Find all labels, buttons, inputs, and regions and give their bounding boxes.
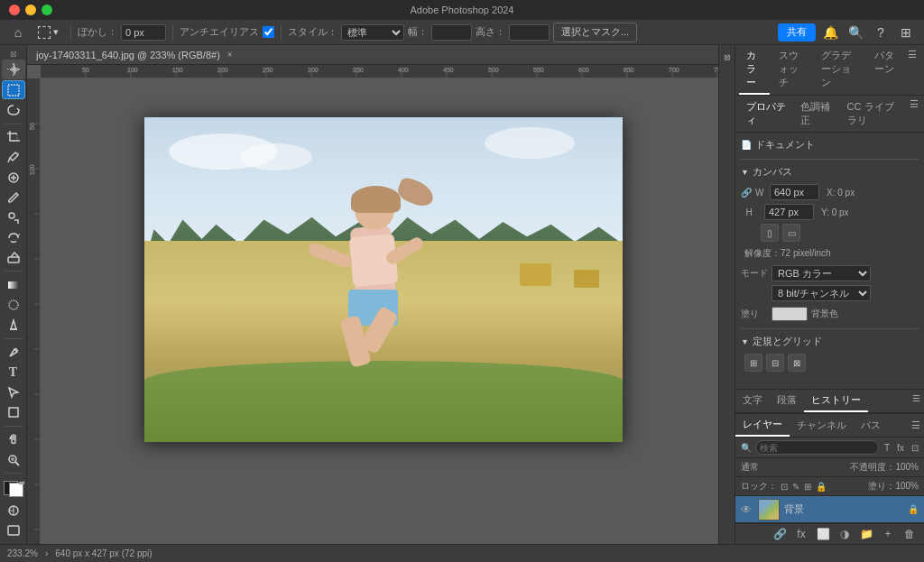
bit-depth-select[interactable]: 8 bit/チャンネル	[772, 285, 871, 301]
tab-patterns[interactable]: パターン	[867, 45, 902, 95]
layer-type-filter[interactable]: T	[882, 442, 892, 454]
tab-properties[interactable]: プロパティ	[741, 98, 791, 129]
guides-arrow: ▼	[741, 337, 749, 346]
fill-color-swatch[interactable]	[772, 307, 808, 321]
layer-mode-filter[interactable]: ⊡	[910, 442, 920, 454]
brush-tool[interactable]	[2, 188, 25, 207]
lock-artboards[interactable]: ⊞	[803, 481, 812, 493]
status-arrow[interactable]: ›	[45, 548, 48, 558]
blur-input[interactable]	[121, 24, 166, 41]
notification-icon[interactable]: 🔔	[819, 22, 841, 43]
tab-gradients[interactable]: グラデーション	[814, 45, 865, 95]
zoom-tool[interactable]	[2, 450, 25, 469]
select-mask-button[interactable]: 選択とマスク...	[553, 23, 637, 42]
properties-sub-tabs: プロパティ 色調補正 CC ライブラリ ☰	[735, 96, 924, 133]
layer-search-input[interactable]	[755, 440, 879, 455]
pen-tool[interactable]	[2, 343, 25, 362]
tab-color[interactable]: カラー	[739, 45, 770, 95]
lock-label-text: ロック：	[741, 480, 777, 493]
lock-position[interactable]: ✎	[791, 481, 800, 493]
color-mode-select[interactable]: RGB カラー	[772, 265, 871, 281]
delete-layer-btn[interactable]: 🗑	[901, 528, 919, 540]
move-tool[interactable]	[2, 60, 25, 78]
guides-header[interactable]: ▼ 定規とグリッド	[741, 335, 919, 348]
tab-swatches[interactable]: スウォッチ	[772, 45, 812, 95]
width-input[interactable]	[431, 24, 472, 41]
tab-paragraph[interactable]: 段落	[770, 390, 804, 412]
add-mask-btn[interactable]: ⬜	[814, 528, 832, 540]
lock-pixels[interactable]: ⊡	[780, 481, 789, 493]
antialias-checkbox[interactable]	[263, 26, 274, 38]
props-menu[interactable]: ☰	[910, 98, 919, 129]
snap-icon[interactable]: ⊠	[788, 354, 806, 372]
layer-controls: 🔍 T fx ⊡ ⊞ ◉	[735, 438, 924, 458]
quick-mask-tool[interactable]	[2, 502, 25, 521]
layer-item-background[interactable]: 👁 背景 🔒	[735, 496, 924, 523]
type-tool[interactable]: T	[2, 363, 25, 382]
panel-menu[interactable]: ☰	[904, 45, 920, 95]
rectangle-shape-tool[interactable]	[2, 403, 25, 422]
gradient-tool[interactable]	[2, 275, 25, 294]
guides-icon[interactable]: ⊞	[744, 354, 762, 372]
layer-panel-menu[interactable]: ☰	[908, 416, 924, 435]
lock-all[interactable]: 🔒	[815, 481, 827, 493]
crop-tool[interactable]	[2, 127, 25, 146]
text-panel-menu[interactable]: ☰	[909, 390, 924, 412]
canvas-height-input[interactable]	[764, 204, 814, 220]
grid-icon[interactable]: ⊟	[766, 354, 784, 372]
eyedropper-tool[interactable]	[2, 148, 25, 167]
new-group-btn[interactable]: 📁	[857, 528, 875, 540]
document-tab[interactable]: joy-17403311_640.jpg @ 233% (RGB/8#) ×	[27, 45, 718, 65]
tab-adjust[interactable]: 色調補正	[795, 98, 837, 129]
clone-stamp-tool[interactable]	[2, 208, 25, 227]
lasso-tool[interactable]	[2, 100, 25, 119]
color-selector[interactable]: ⇄	[2, 479, 25, 498]
canvas-width-input[interactable]	[770, 184, 819, 200]
height-input[interactable]	[509, 24, 550, 41]
tab-text[interactable]: 文字	[735, 390, 770, 412]
tab-history[interactable]: ヒストリー	[804, 390, 868, 412]
tab-paths[interactable]: パス	[854, 415, 888, 436]
help-button[interactable]: ?	[870, 22, 892, 43]
svg-text:700: 700	[669, 67, 679, 73]
tab-cc-libraries[interactable]: CC ライブラリ	[842, 98, 906, 129]
panels-icon[interactable]: ⊠	[720, 51, 735, 65]
layer-fx-filter[interactable]: fx	[895, 442, 906, 454]
document-tab-close[interactable]: ×	[227, 50, 233, 60]
layer-tabs: レイヤー チャンネル パス ☰	[735, 414, 924, 438]
add-fx-btn[interactable]: fx	[792, 528, 810, 540]
search-icon-button[interactable]: 🔍	[845, 22, 866, 43]
svg-text:100: 100	[127, 67, 138, 73]
path-selection-tool[interactable]	[2, 382, 25, 401]
layers-panel: レイヤー チャンネル パス ☰ 🔍 T fx ⊡ ⊞ ◉ 通常	[735, 413, 924, 544]
canvas-header[interactable]: ▼ カンバス	[741, 165, 919, 179]
style-select[interactable]: 標準	[341, 24, 404, 41]
layer-visibility-icon[interactable]: 👁	[741, 503, 753, 516]
healing-tool[interactable]	[2, 168, 25, 187]
landscape-icon[interactable]: ▭	[782, 224, 800, 242]
minimize-button[interactable]	[25, 5, 36, 15]
close-button[interactable]	[9, 5, 20, 15]
marquee-tool[interactable]: ▾	[32, 23, 64, 42]
eraser-tool[interactable]	[2, 248, 25, 267]
dodge-tool[interactable]	[2, 316, 25, 335]
window-button[interactable]: ⊞	[895, 22, 917, 43]
home-button[interactable]: ⌂	[7, 22, 29, 43]
history-brush-tool[interactable]	[2, 228, 25, 247]
hand-tool[interactable]	[2, 430, 25, 449]
guides-section: ▼ 定規とグリッド ⊞ ⊟ ⊠	[741, 335, 919, 372]
share-button[interactable]: 共有	[778, 23, 816, 41]
panels-strip: ⊠	[718, 45, 735, 544]
portrait-icon[interactable]: ▯	[761, 224, 779, 242]
blur-tool[interactable]	[2, 296, 25, 315]
new-layer-btn[interactable]: +	[879, 528, 897, 540]
tools-collapse[interactable]: ⊠	[10, 50, 17, 59]
tab-channels[interactable]: チャンネル	[790, 415, 854, 436]
maximize-button[interactable]	[42, 5, 52, 15]
link-layers-btn[interactable]: 🔗	[771, 528, 789, 540]
rectangular-marquee-tool[interactable]	[2, 80, 25, 100]
new-adjustment-btn[interactable]: ◑	[836, 528, 854, 540]
screen-mode-tool[interactable]	[2, 521, 25, 540]
tab-layers[interactable]: レイヤー	[735, 414, 790, 437]
lock-row: ロック： ⊡ ✎ ⊞ 🔒 塗り：100%	[735, 477, 924, 496]
